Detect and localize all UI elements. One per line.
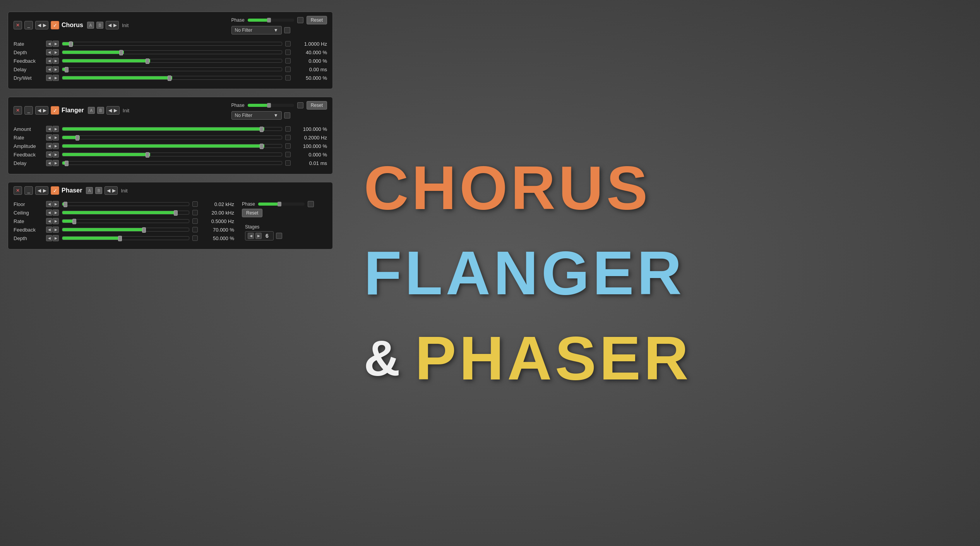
stages-dec-btn[interactable]: ◀ — [248, 233, 254, 239]
drywet-slider[interactable] — [62, 76, 282, 80]
chorus-init-label: Init — [122, 22, 128, 28]
chorus-phase-checkbox[interactable] — [297, 17, 303, 23]
phaser-params-left: Floor ◀ ▶ 0.02 kHz Ceiling ◀ — [14, 201, 234, 244]
flanger-nav-arrows[interactable]: ◀▶ — [35, 106, 48, 115]
chorus-title: Chorus — [62, 22, 83, 29]
feedback-arrows[interactable]: ◀ ▶ — [46, 58, 59, 64]
rate-checkbox[interactable] — [285, 41, 291, 46]
flanger-filter-arrow: ▼ — [274, 113, 278, 118]
param-row: Feedback ◀ ▶ 70.000 % — [14, 227, 234, 233]
phaser-title: Phaser — [62, 187, 82, 194]
flanger-delay-slider[interactable] — [62, 161, 282, 165]
flanger-a-btn[interactable]: A — [88, 107, 95, 114]
delay-arrows[interactable]: ◀ ▶ — [46, 66, 59, 72]
chorus-filter-dropdown[interactable]: No Filter ▼ — [231, 26, 282, 34]
chorus-phase-slider[interactable] — [248, 19, 294, 22]
phaser-phase-checkbox[interactable] — [308, 201, 314, 207]
chorus-minimize-btn[interactable]: _ — [24, 21, 33, 29]
flanger-b-btn[interactable]: B — [97, 107, 104, 114]
chorus-reset-btn[interactable]: Reset — [307, 16, 327, 24]
flanger-filter-checkbox[interactable] — [284, 112, 290, 118]
flanger-big-title: FLANGER — [364, 242, 685, 304]
param-row: Delay ◀ ▶ 0.01 ms — [14, 160, 327, 166]
right-panel: CHORUS FLANGER & PHASER — [333, 0, 980, 546]
amount-slider[interactable] — [62, 127, 282, 131]
phaser-phase-section: Phase Reset — [242, 201, 327, 221]
param-row: Amplitude ◀ ▶ 100.000 % — [14, 143, 327, 149]
flanger-filter-row: No Filter ▼ — [231, 111, 290, 120]
flanger-phase-slider[interactable] — [248, 104, 294, 107]
phaser-preset-arrows[interactable]: ◀▶ — [105, 186, 118, 195]
flanger-title: Flanger — [62, 107, 84, 114]
param-row: Feedback ◀ ▶ 0.000 % — [14, 151, 327, 158]
param-row: Rate ◀ ▶ 1.0000 Hz — [14, 41, 327, 47]
feedback-slider[interactable] — [62, 59, 282, 63]
amplitude-slider[interactable] — [62, 144, 282, 148]
phaser-phase-label: Phase — [242, 201, 255, 207]
flanger-enable-checkbox[interactable]: ✓ — [51, 106, 59, 115]
flanger-minimize-btn[interactable]: _ — [24, 106, 33, 115]
depth-arrows[interactable]: ◀ ▶ — [46, 49, 59, 55]
feedback-checkbox[interactable] — [285, 58, 291, 64]
chorus-big-title: CHORUS — [364, 157, 651, 219]
phaser-feedback-slider[interactable] — [62, 228, 189, 232]
flanger-filter-dropdown[interactable]: No Filter ▼ — [231, 111, 282, 120]
flanger-phase-checkbox[interactable] — [297, 102, 303, 108]
phaser-minimize-btn[interactable]: _ — [24, 186, 33, 195]
depth-slider[interactable] — [62, 50, 282, 54]
phaser-phase-slider[interactable] — [258, 203, 305, 206]
phaser-stages-section: Stages ◀ ▶ 6 — [245, 224, 327, 240]
flanger-close-btn[interactable]: ✕ — [14, 106, 22, 115]
phaser-enable-checkbox[interactable]: ✓ — [51, 186, 59, 195]
chorus-phase-label: Phase — [231, 17, 245, 23]
phaser-stages-checkbox[interactable] — [276, 233, 282, 239]
chorus-filter-row: No Filter ▼ — [231, 26, 290, 34]
flanger-phase-label: Phase — [231, 103, 245, 108]
phaser-rate-slider[interactable] — [62, 219, 189, 223]
param-row: Dry/Wet ◀ ▶ 50.000 % — [14, 75, 327, 81]
chorus-panel: ✕ _ ◀▶ ✓ Chorus A B ◀▶ Init Phase — [8, 12, 333, 89]
flanger-feedback-slider[interactable] — [62, 153, 282, 156]
phaser-stages-value: 6 — [263, 233, 271, 239]
stages-inc-btn[interactable]: ▶ — [255, 233, 262, 239]
chorus-nav-arrows[interactable]: ◀▶ — [35, 21, 48, 29]
param-row: Delay ◀ ▶ 0.00 ms — [14, 66, 327, 72]
param-row: Ceiling ◀ ▶ 20.00 kHz — [14, 209, 234, 216]
floor-slider[interactable] — [62, 202, 189, 206]
phaser-right-col: Phase Reset Stages ◀ ▶ — [242, 201, 327, 244]
chorus-header: ✕ _ ◀▶ ✓ Chorus A B ◀▶ Init Phase — [14, 16, 327, 37]
flanger-reset-btn[interactable]: Reset — [307, 101, 327, 110]
ceiling-slider[interactable] — [62, 211, 189, 215]
param-row: Depth ◀ ▶ 40.000 % — [14, 49, 327, 55]
phaser-depth-slider[interactable] — [62, 236, 189, 240]
phaser-reset-btn[interactable]: Reset — [242, 209, 262, 217]
phaser-phase-row: Phase — [242, 201, 327, 207]
chorus-phase-row: Phase Reset — [231, 16, 327, 24]
chorus-close-btn[interactable]: ✕ — [14, 21, 22, 29]
rate-slider[interactable] — [62, 42, 282, 46]
chorus-b-btn[interactable]: B — [96, 22, 103, 29]
delay-checkbox[interactable] — [285, 67, 291, 72]
rate-arrows[interactable]: ◀ ▶ — [46, 41, 59, 47]
flanger-phase-section: Phase Reset No Filter ▼ — [231, 101, 327, 120]
depth-checkbox[interactable] — [285, 50, 291, 55]
chorus-preset-arrows[interactable]: ◀▶ — [106, 21, 119, 29]
flanger-init-label: Init — [123, 108, 129, 113]
phaser-header: ✕ _ ◀▶ ✓ Phaser A B ◀▶ Init — [14, 186, 327, 197]
drywet-checkbox[interactable] — [285, 75, 291, 81]
chorus-a-btn[interactable]: A — [87, 22, 94, 29]
flanger-phase-row: Phase Reset — [231, 101, 327, 110]
phaser-b-btn[interactable]: B — [95, 187, 102, 194]
flanger-preset-arrows[interactable]: ◀▶ — [106, 106, 120, 115]
chorus-enable-checkbox[interactable]: ✓ — [51, 21, 59, 29]
param-row: Feedback ◀ ▶ 0.000 % — [14, 58, 327, 64]
chorus-filter-checkbox[interactable] — [284, 27, 290, 33]
delay-slider[interactable] — [62, 67, 282, 71]
drywet-arrows[interactable]: ◀ ▶ — [46, 75, 59, 81]
phaser-init-label: Init — [121, 188, 127, 194]
flanger-rate-slider[interactable] — [62, 136, 282, 139]
phaser-a-btn[interactable]: A — [86, 187, 93, 194]
phaser-close-btn[interactable]: ✕ — [14, 186, 22, 195]
phaser-nav-arrows[interactable]: ◀▶ — [35, 186, 48, 195]
flanger-params: Amount ◀ ▶ 100.000 % Rate ◀ ▶ — [14, 126, 327, 166]
